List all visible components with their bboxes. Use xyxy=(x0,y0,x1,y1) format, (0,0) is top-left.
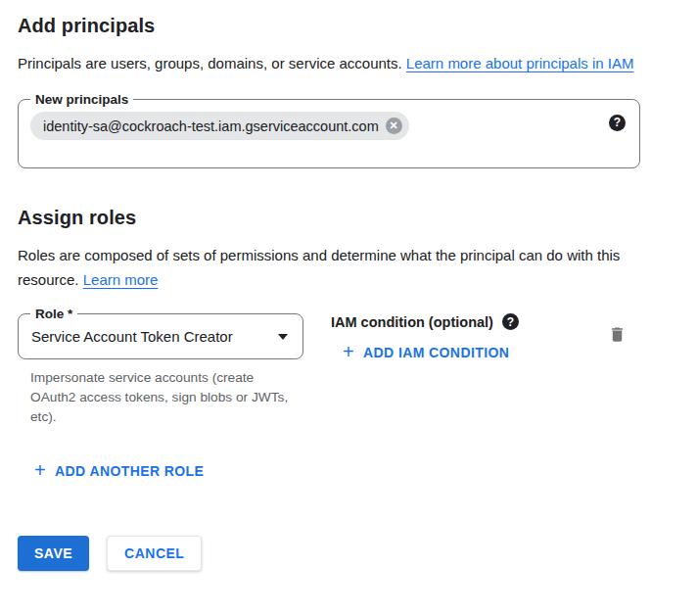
add-another-role-button[interactable]: +ADD ANOTHER ROLE xyxy=(34,461,204,481)
save-button[interactable]: SAVE xyxy=(18,536,89,571)
plus-icon: + xyxy=(343,342,354,361)
learn-more-roles-link[interactable]: Learn more xyxy=(83,271,159,288)
dialog-actions: SAVE CANCEL xyxy=(18,536,680,571)
role-helper-text: Impersonate service accounts (create OAu… xyxy=(30,368,297,427)
iam-condition-label: IAM condition (optional) xyxy=(331,314,493,330)
new-principals-label: New principals xyxy=(30,91,133,108)
principals-description-text: Principals are users, groups, domains, o… xyxy=(18,55,406,71)
page-title: Add principals xyxy=(18,15,680,37)
principals-description: Principals are users, groups, domains, o… xyxy=(18,51,654,75)
principal-chip: identity-sa@cockroach-test.iam.gservicea… xyxy=(30,112,409,140)
dropdown-arrow-icon xyxy=(278,334,288,340)
chip-remove-icon[interactable]: ✕ xyxy=(386,118,402,134)
delete-role-button[interactable] xyxy=(608,324,627,345)
principal-chip-value: identity-sa@cockroach-test.iam.gservicea… xyxy=(43,118,379,134)
role-select-label: Role * xyxy=(30,306,77,322)
principals-help-icon[interactable]: ? xyxy=(609,115,626,131)
new-principals-field[interactable]: New principals identity-sa@cockroach-tes… xyxy=(18,99,640,168)
plus-icon: + xyxy=(34,460,46,480)
role-select-value: Service Account Token Creator xyxy=(31,328,233,345)
role-select[interactable]: Role * Service Account Token Creator xyxy=(18,313,303,359)
trash-icon xyxy=(608,324,627,345)
role-row: Role * Service Account Token Creator Imp… xyxy=(18,313,680,427)
assign-roles-title: Assign roles xyxy=(18,207,680,229)
iam-condition-column: IAM condition (optional) ? +ADD IAM COND… xyxy=(331,313,519,363)
add-iam-condition-button[interactable]: +ADD IAM CONDITION xyxy=(343,343,509,362)
role-column: Role * Service Account Token Creator Imp… xyxy=(18,313,303,427)
add-principals-panel: Add principals Principals are users, gro… xyxy=(0,0,698,571)
learn-more-principals-link[interactable]: Learn more about principals in IAM xyxy=(406,55,634,71)
iam-condition-help-icon[interactable]: ? xyxy=(502,313,519,330)
cancel-button[interactable]: CANCEL xyxy=(107,536,202,571)
roles-description: Roles are composed of sets of permission… xyxy=(18,243,654,292)
